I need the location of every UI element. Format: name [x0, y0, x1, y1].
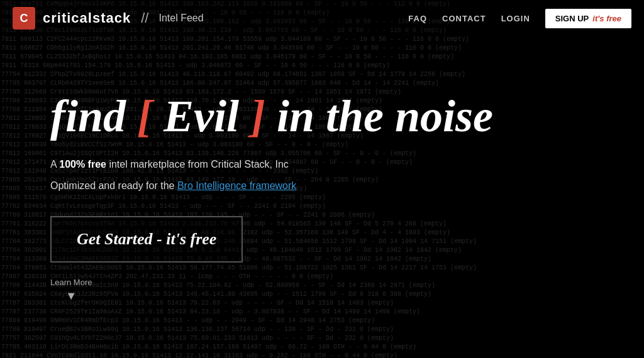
cta-box[interactable]: Get Started - it's free — [50, 216, 243, 263]
cta-free: it's free — [166, 230, 216, 248]
cta-text: Get Started - it's free — [77, 230, 216, 249]
cta-label: Get Started - — [77, 230, 162, 248]
arrow-down-icon: ▼ — [65, 290, 77, 303]
nav-contact[interactable]: CONTACT — [442, 14, 486, 23]
headline-open-bracket: [ — [137, 91, 152, 141]
signup-button[interactable]: SIGN UP it's free — [545, 9, 631, 28]
logo-divider: // — [141, 10, 148, 26]
navbar-left: C criticalstack // Intel Feed — [13, 7, 204, 30]
navbar-right: FAQ CONTACT LOGIN SIGN UP it's free — [408, 9, 631, 28]
headline: find [ Evil ] in the noise — [50, 92, 493, 141]
logo-icon: C — [13, 7, 35, 30]
subtext2-link[interactable]: Bro Intelligence framework — [177, 180, 296, 191]
logo-text: criticalstack — [43, 10, 131, 26]
learn-more-area[interactable]: Learn More ▼ — [50, 278, 92, 303]
subtext2-prefix: Optimized and ready for the — [50, 180, 177, 191]
headline-close-bracket: ] — [250, 91, 265, 141]
logo-subtitle: Intel Feed — [158, 13, 203, 24]
subtext-1: A 100% free intel marketplace from Criti… — [50, 156, 289, 173]
learn-more-label: Learn More — [50, 278, 92, 287]
headline-rest: in the noise — [277, 91, 493, 141]
headline-find: find — [50, 91, 126, 141]
subtext1-bold: 100% free — [59, 159, 106, 170]
main-content: find [ Evil ] in the noise A 100% free i… — [0, 36, 644, 358]
nav-faq[interactable]: FAQ — [408, 14, 427, 23]
subtext1-suffix: intel marketplace from Critical Stack, I… — [106, 159, 289, 170]
nav-login[interactable]: LOGIN — [501, 14, 530, 23]
signup-label: SIGN UP — [555, 14, 589, 23]
subtext-2: Optimized and ready for the Bro Intellig… — [50, 178, 296, 194]
headline-evil: Evil — [164, 91, 239, 141]
navbar: C criticalstack // Intel Feed FAQ CONTAC… — [0, 0, 644, 36]
subtext1-prefix: A — [50, 159, 59, 170]
signup-free-label: it's free — [592, 14, 621, 23]
